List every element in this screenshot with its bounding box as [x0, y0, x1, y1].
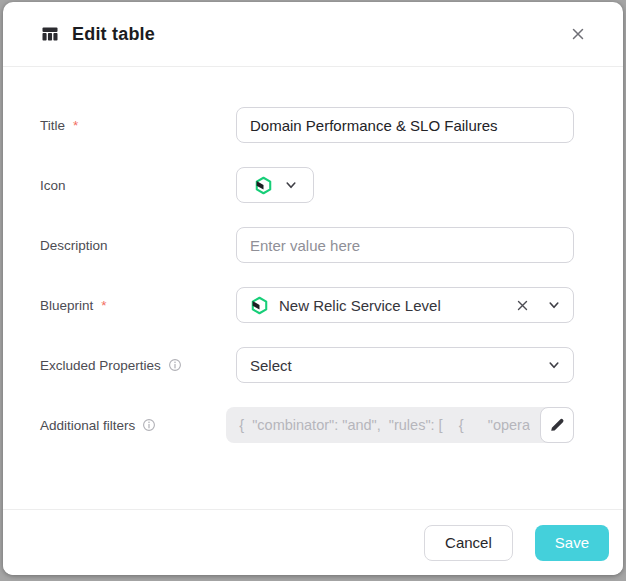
title-label: Title*: [40, 118, 236, 133]
description-label: Description: [40, 238, 236, 253]
excluded-properties-placeholder: Select: [250, 357, 292, 374]
table-icon: [40, 24, 60, 44]
edit-filters-button[interactable]: [540, 407, 574, 443]
excluded-properties-label: Excluded Properties: [40, 358, 236, 373]
close-button[interactable]: [564, 20, 592, 48]
info-icon[interactable]: [168, 358, 182, 372]
modal-title: Edit table: [72, 24, 155, 45]
icon-dropdown[interactable]: [236, 167, 314, 203]
field-row-title: Title*: [40, 107, 574, 143]
blueprint-label: Blueprint*: [40, 298, 236, 313]
modal-header: Edit table: [3, 2, 623, 67]
field-row-icon: Icon: [40, 167, 574, 203]
field-row-blueprint: Blueprint* New Relic Service Level: [40, 287, 574, 323]
title-input[interactable]: [236, 107, 574, 143]
additional-filters-value: { "combinator": "and", "rules": [ { "ope…: [239, 417, 530, 433]
edit-table-modal: Edit table Title* Icon: [3, 2, 623, 575]
icon-label: Icon: [40, 178, 236, 193]
chevron-down-icon[interactable]: [548, 359, 560, 371]
additional-filters-label: Additional filters: [40, 418, 226, 433]
additional-filters-preview: { "combinator": "and", "rules": [ { "ope…: [226, 407, 574, 443]
modal-footer: Cancel Save: [3, 509, 623, 575]
blueprint-value: New Relic Service Level: [279, 297, 441, 314]
chevron-down-icon[interactable]: [548, 299, 560, 311]
new-relic-icon: [254, 176, 273, 195]
cancel-button[interactable]: Cancel: [424, 525, 513, 561]
close-icon: [570, 26, 586, 42]
required-mark: *: [73, 118, 78, 133]
field-row-excluded-properties: Excluded Properties Select: [40, 347, 574, 383]
excluded-properties-select[interactable]: Select: [236, 347, 574, 383]
blueprint-select[interactable]: New Relic Service Level: [236, 287, 574, 323]
pencil-icon: [549, 417, 565, 433]
required-mark: *: [101, 298, 106, 313]
clear-icon[interactable]: [516, 299, 529, 312]
field-row-description: Description: [40, 227, 574, 263]
description-input[interactable]: [236, 227, 574, 263]
edit-table-form: Title* Icon: [3, 67, 623, 443]
chevron-down-icon: [285, 179, 297, 191]
save-button[interactable]: Save: [535, 525, 609, 561]
field-row-additional-filters: Additional filters { "combinator": "and"…: [40, 407, 574, 443]
info-icon[interactable]: [142, 418, 156, 432]
new-relic-icon: [250, 296, 269, 315]
